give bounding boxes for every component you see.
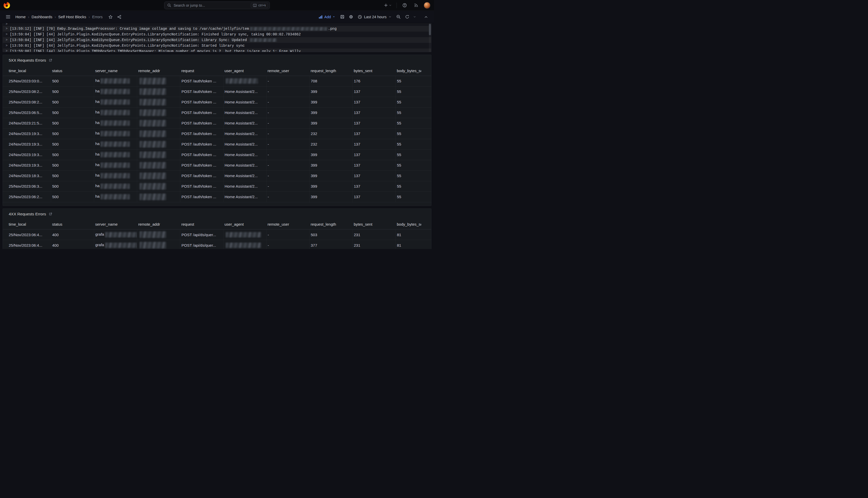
cell-remote_user: - [266, 118, 309, 128]
log-row[interactable]: >[13:59:00] [INF] [44] Jellyfin.Plugin.T… [3, 49, 431, 52]
column-header-remote_addr[interactable]: remote_addr [137, 220, 180, 230]
share-button[interactable] [116, 13, 123, 21]
dashboard-settings-button[interactable] [347, 13, 355, 21]
log-row[interactable]: >[13:59:01] [INF] [44] Jellyfin.Plugin.K… [3, 43, 431, 49]
column-header-request_length[interactable]: request_length [309, 66, 352, 76]
logs-scrollbar-thumb[interactable] [429, 24, 431, 35]
column-header-status[interactable]: status [51, 66, 94, 76]
redacted-text [139, 109, 166, 116]
log-expand-icon[interactable]: > [6, 27, 8, 30]
redacted-text [139, 194, 166, 200]
cell-request: POST /api/ds/quer... [180, 240, 223, 249]
column-header-server_name[interactable]: server_name [94, 66, 137, 76]
column-header-bytes_sent[interactable]: bytes_sent [352, 66, 395, 76]
column-header-body_bytes_sent[interactable]: body_bytes_sent [395, 66, 421, 76]
table-row: 25/Nov/2023:06:3...500haPOST /auth/token… [3, 181, 431, 192]
clock-icon [358, 15, 362, 19]
column-header-server_name[interactable]: server_name [94, 220, 137, 230]
redacted-text [100, 78, 130, 84]
breadcrumb-item-dashboards[interactable]: Dashboards [31, 15, 52, 19]
grafana-logo[interactable] [4, 2, 10, 9]
mega-menu-button[interactable] [4, 13, 12, 21]
column-header-user_agent[interactable]: user_agent [223, 220, 266, 230]
log-expand-icon[interactable]: > [6, 38, 8, 42]
add-panel-button[interactable]: Add [316, 13, 337, 21]
cell-remote_user: - [266, 76, 309, 86]
column-header-remote_user[interactable]: remote_user [266, 220, 309, 230]
refresh-button[interactable] [403, 13, 411, 21]
search-bar[interactable]: Search or jump to... ctrl+k [164, 2, 270, 9]
cell-filler [421, 181, 431, 192]
cell-filler [421, 192, 431, 202]
breadcrumb-item-self-host-blocks[interactable]: Self Host Blocks [58, 15, 86, 19]
column-header-remote_user[interactable]: remote_user [266, 66, 309, 76]
column-header-request[interactable]: request [180, 220, 223, 230]
column-header-bytes_sent[interactable]: bytes_sent [352, 220, 395, 230]
column-header-status[interactable]: status [51, 220, 94, 230]
cell-body_bytes_sent: 55 [395, 86, 421, 97]
cell-remote_addr [137, 97, 180, 107]
favorite-button[interactable] [107, 13, 114, 21]
cell-user_agent: Home Assistant/2... [223, 118, 266, 128]
log-expand-icon[interactable]: > [6, 23, 8, 26]
external-link-icon[interactable] [49, 212, 52, 216]
redacted-text [100, 152, 130, 157]
log-expand-icon[interactable]: > [6, 44, 8, 48]
table-row: 24/Nov/2023:19:3...500haPOST /auth/token… [3, 160, 431, 170]
column-header-time_local[interactable]: time_local [3, 220, 51, 230]
cell-filler [421, 97, 431, 107]
time-range-picker[interactable]: Last 24 hours [356, 13, 393, 21]
cell-body_bytes_sent: 55 [395, 107, 421, 118]
redacted-text [139, 88, 166, 95]
cell-time_local: 24/Nov/2023:19:3... [3, 149, 51, 160]
cell-filler [421, 86, 431, 97]
log-row[interactable]: >[13:59:04] [INF] [44] Jellyfin.Plugin.K… [3, 31, 431, 37]
cell-server_name: ha [94, 170, 137, 181]
cell-bytes_sent: 137 [352, 160, 395, 170]
search-icon [167, 3, 171, 8]
cell-status: 500 [51, 128, 94, 139]
news-button[interactable] [412, 2, 420, 9]
column-header-body_bytes_sent[interactable]: body_bytes_sent [395, 220, 421, 230]
panel-title[interactable]: 5XX Requests Errors [9, 58, 46, 63]
share-icon [117, 15, 121, 19]
cell-user_agent: Home Assistant/2... [223, 128, 266, 139]
cell-time_local: 24/Nov/2023:19:3... [3, 128, 51, 139]
cell-server_name: ha [94, 149, 137, 160]
redacted-text [139, 172, 166, 179]
cell-remote_user: - [266, 139, 309, 149]
breadcrumb-item-home[interactable]: Home [15, 15, 26, 19]
column-header-remote_addr[interactable]: remote_addr [137, 66, 180, 76]
dashboard-toolbar: Home›Dashboards›Self Host Blocks›Errors … [0, 11, 434, 23]
column-header-time_local[interactable]: time_local [3, 66, 51, 76]
log-expand-icon[interactable]: > [6, 32, 8, 36]
new-button[interactable] [383, 2, 393, 9]
cell-body_bytes_sent: 55 [395, 76, 421, 86]
column-header-request[interactable]: request [180, 66, 223, 76]
refresh-interval-button[interactable] [412, 13, 417, 21]
log-row[interactable]: >[13:59:04] [INF] [44] Jellyfin.Plugin.K… [3, 37, 431, 43]
cell-remote_user: - [266, 97, 309, 107]
breadcrumb-item-errors[interactable]: Errors [92, 15, 103, 19]
cell-time_local: 25/Nov/2023:08:2... [3, 86, 51, 97]
cell-server_name: ha [94, 107, 137, 118]
column-header-user_agent[interactable]: user_agent [223, 66, 266, 76]
cell-request_length: 399 [309, 97, 352, 107]
log-row[interactable]: >[13:59:12] [INF] [70] Emby.Drawing.Imag… [3, 26, 431, 31]
user-avatar[interactable] [424, 2, 430, 9]
panel-title[interactable]: 4XX Requests Errors [9, 212, 46, 217]
log-expand-icon[interactable]: > [6, 49, 8, 52]
cell-remote_user: - [266, 240, 309, 249]
column-header-request_length[interactable]: request_length [309, 220, 352, 230]
cell-user_agent: Home Assistant/2... [223, 97, 266, 107]
save-dashboard-button[interactable] [338, 13, 346, 21]
zoom-out-button[interactable] [394, 13, 402, 21]
cell-status: 400 [51, 240, 94, 249]
collapse-controls-button[interactable] [422, 13, 430, 21]
cell-request_length: 399 [309, 86, 352, 97]
cell-server_name: ha [94, 118, 137, 128]
log-row[interactable]: > [3, 23, 431, 26]
help-button[interactable] [401, 2, 408, 9]
cell-request: POST /api/ds/quer... [180, 230, 223, 240]
external-link-icon[interactable] [49, 58, 52, 62]
